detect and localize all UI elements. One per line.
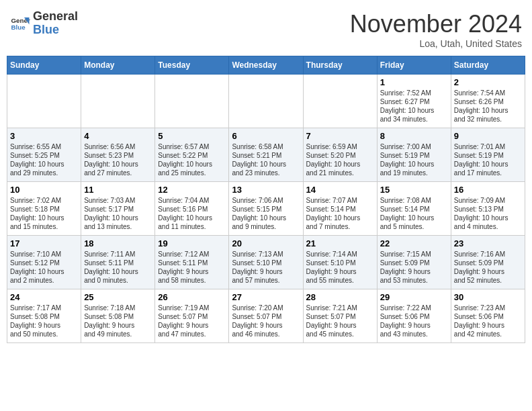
day-number: 8 [380,131,448,141]
calendar-body: 1Sunrise: 7:52 AM Sunset: 6:27 PM Daylig… [7,75,525,343]
logo-icon: General Blue [10,13,30,34]
day-number: 9 [454,131,522,141]
calendar-week-row: 10Sunrise: 7:02 AM Sunset: 5:18 PM Dayli… [7,182,525,236]
calendar-week-row: 17Sunrise: 7:10 AM Sunset: 5:12 PM Dayli… [7,236,525,289]
day-info: Sunrise: 7:11 AM Sunset: 5:11 PM Dayligh… [84,250,152,285]
day-info: Sunrise: 7:08 AM Sunset: 5:14 PM Dayligh… [380,196,448,231]
calendar-day-cell: 3Sunrise: 6:55 AM Sunset: 5:25 PM Daylig… [7,128,81,182]
day-info: Sunrise: 7:03 AM Sunset: 5:17 PM Dayligh… [84,196,152,231]
calendar-day-cell: 21Sunrise: 7:14 AM Sunset: 5:10 PM Dayli… [303,236,377,289]
day-number: 5 [158,131,226,141]
calendar-day-cell: 16Sunrise: 7:09 AM Sunset: 5:13 PM Dayli… [451,182,525,236]
calendar-day-cell: 4Sunrise: 6:56 AM Sunset: 5:23 PM Daylig… [81,128,155,182]
day-number: 29 [380,292,448,302]
day-info: Sunrise: 7:21 AM Sunset: 5:07 PM Dayligh… [306,304,374,338]
calendar-day-cell: 8Sunrise: 7:00 AM Sunset: 5:19 PM Daylig… [377,128,451,182]
day-info: Sunrise: 7:10 AM Sunset: 5:12 PM Dayligh… [10,250,78,285]
calendar-table: SundayMondayTuesdayWednesdayThursdayFrid… [7,56,525,343]
calendar-day-cell: 9Sunrise: 7:01 AM Sunset: 5:19 PM Daylig… [451,128,525,182]
day-info: Sunrise: 7:00 AM Sunset: 5:19 PM Dayligh… [380,142,448,177]
calendar-day-cell [155,75,229,128]
logo: General Blue General Blue [10,10,78,37]
day-number: 7 [306,131,374,141]
weekday-header-cell: Tuesday [155,56,229,75]
day-info: Sunrise: 7:19 AM Sunset: 5:07 PM Dayligh… [158,304,226,338]
day-info: Sunrise: 6:57 AM Sunset: 5:22 PM Dayligh… [158,142,226,177]
month-title: November 2024 [350,10,522,38]
day-info: Sunrise: 6:59 AM Sunset: 5:20 PM Dayligh… [306,142,374,177]
day-number: 1 [380,77,448,87]
calendar-day-cell: 22Sunrise: 7:15 AM Sunset: 5:09 PM Dayli… [377,236,451,289]
day-number: 21 [306,238,374,248]
calendar-day-cell: 14Sunrise: 7:07 AM Sunset: 5:14 PM Dayli… [303,182,377,236]
day-info: Sunrise: 6:58 AM Sunset: 5:21 PM Dayligh… [232,142,300,177]
day-info: Sunrise: 7:09 AM Sunset: 5:13 PM Dayligh… [454,196,522,231]
day-info: Sunrise: 7:14 AM Sunset: 5:10 PM Dayligh… [306,250,374,285]
logo-text: General Blue [33,10,78,37]
calendar-day-cell: 6Sunrise: 6:58 AM Sunset: 5:21 PM Daylig… [229,128,303,182]
day-info: Sunrise: 7:02 AM Sunset: 5:18 PM Dayligh… [10,196,78,231]
day-info: Sunrise: 6:55 AM Sunset: 5:25 PM Dayligh… [10,142,78,177]
calendar-day-cell: 10Sunrise: 7:02 AM Sunset: 5:18 PM Dayli… [7,182,81,236]
day-info: Sunrise: 7:23 AM Sunset: 5:06 PM Dayligh… [454,304,522,338]
calendar-day-cell: 29Sunrise: 7:22 AM Sunset: 5:06 PM Dayli… [377,289,451,343]
calendar-day-cell: 11Sunrise: 7:03 AM Sunset: 5:17 PM Dayli… [81,182,155,236]
day-number: 3 [10,131,78,141]
day-info: Sunrise: 7:18 AM Sunset: 5:08 PM Dayligh… [84,304,152,338]
svg-text:Blue: Blue [11,24,26,31]
day-info: Sunrise: 7:01 AM Sunset: 5:19 PM Dayligh… [454,142,522,177]
calendar-day-cell: 28Sunrise: 7:21 AM Sunset: 5:07 PM Dayli… [303,289,377,343]
day-number: 15 [380,185,448,195]
calendar-day-cell: 15Sunrise: 7:08 AM Sunset: 5:14 PM Dayli… [377,182,451,236]
calendar-day-cell: 30Sunrise: 7:23 AM Sunset: 5:06 PM Dayli… [451,289,525,343]
calendar-day-cell: 5Sunrise: 6:57 AM Sunset: 5:22 PM Daylig… [155,128,229,182]
day-number: 20 [232,238,300,248]
day-number: 10 [10,185,78,195]
calendar-day-cell [7,75,81,128]
calendar-day-cell: 19Sunrise: 7:12 AM Sunset: 5:11 PM Dayli… [155,236,229,289]
weekday-header-cell: Thursday [303,56,377,75]
day-number: 4 [84,131,152,141]
weekday-header-cell: Monday [81,56,155,75]
calendar-day-cell [229,75,303,128]
weekday-header-cell: Sunday [7,56,81,75]
day-number: 2 [454,77,522,87]
calendar-week-row: 1Sunrise: 7:52 AM Sunset: 6:27 PM Daylig… [7,75,525,128]
day-number: 13 [232,185,300,195]
day-number: 25 [84,292,152,302]
day-number: 17 [10,238,78,248]
day-info: Sunrise: 7:16 AM Sunset: 5:09 PM Dayligh… [454,250,522,285]
calendar-day-cell [81,75,155,128]
day-info: Sunrise: 7:15 AM Sunset: 5:09 PM Dayligh… [380,250,448,285]
day-info: Sunrise: 7:20 AM Sunset: 5:07 PM Dayligh… [232,304,300,338]
calendar-day-cell: 26Sunrise: 7:19 AM Sunset: 5:07 PM Dayli… [155,289,229,343]
calendar-day-cell: 23Sunrise: 7:16 AM Sunset: 5:09 PM Dayli… [451,236,525,289]
calendar-day-cell: 18Sunrise: 7:11 AM Sunset: 5:11 PM Dayli… [81,236,155,289]
calendar-day-cell: 13Sunrise: 7:06 AM Sunset: 5:15 PM Dayli… [229,182,303,236]
day-info: Sunrise: 7:52 AM Sunset: 6:27 PM Dayligh… [380,89,448,124]
day-number: 27 [232,292,300,302]
day-number: 19 [158,238,226,248]
day-number: 11 [84,185,152,195]
day-info: Sunrise: 7:06 AM Sunset: 5:15 PM Dayligh… [232,196,300,231]
day-info: Sunrise: 7:13 AM Sunset: 5:10 PM Dayligh… [232,250,300,285]
calendar-day-cell: 1Sunrise: 7:52 AM Sunset: 6:27 PM Daylig… [377,75,451,128]
weekday-header-cell: Friday [377,56,451,75]
location: Loa, Utah, United States [350,38,522,49]
calendar-day-cell: 12Sunrise: 7:04 AM Sunset: 5:16 PM Dayli… [155,182,229,236]
day-info: Sunrise: 7:17 AM Sunset: 5:08 PM Dayligh… [10,304,78,338]
day-number: 16 [454,185,522,195]
day-number: 26 [158,292,226,302]
calendar-day-cell: 7Sunrise: 6:59 AM Sunset: 5:20 PM Daylig… [303,128,377,182]
day-number: 30 [454,292,522,302]
day-number: 24 [10,292,78,302]
calendar-day-cell: 25Sunrise: 7:18 AM Sunset: 5:08 PM Dayli… [81,289,155,343]
day-number: 6 [232,131,300,141]
title-block: November 2024 Loa, Utah, United States [350,10,522,49]
calendar-day-cell: 24Sunrise: 7:17 AM Sunset: 5:08 PM Dayli… [7,289,81,343]
calendar-day-cell: 20Sunrise: 7:13 AM Sunset: 5:10 PM Dayli… [229,236,303,289]
day-number: 12 [158,185,226,195]
calendar-day-cell: 27Sunrise: 7:20 AM Sunset: 5:07 PM Dayli… [229,289,303,343]
calendar-day-cell: 17Sunrise: 7:10 AM Sunset: 5:12 PM Dayli… [7,236,81,289]
calendar-day-cell: 2Sunrise: 7:54 AM Sunset: 6:26 PM Daylig… [451,75,525,128]
